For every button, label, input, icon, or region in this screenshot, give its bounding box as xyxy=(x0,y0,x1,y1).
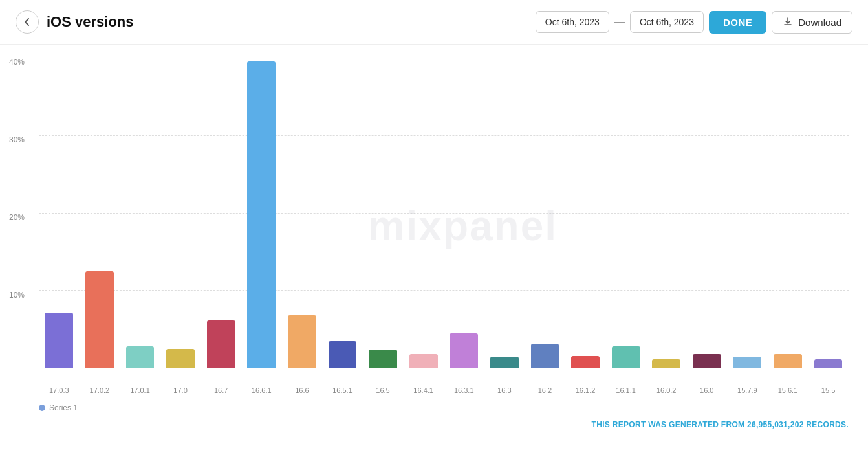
date-range: Oct 6th, 2023 — Oct 6th, 2023 DONE Downl… xyxy=(536,11,852,34)
x-label: 17.0.2 xyxy=(80,384,120,394)
date-start-input[interactable]: Oct 6th, 2023 xyxy=(536,11,609,33)
bar-group xyxy=(444,58,484,368)
bar xyxy=(329,341,357,368)
bar-group xyxy=(525,58,565,368)
x-label: 15.7.9 xyxy=(727,384,768,394)
bar xyxy=(733,357,761,368)
bar-group xyxy=(727,58,768,368)
bar xyxy=(652,359,680,368)
x-label: 17.0.3 xyxy=(39,384,80,394)
back-button[interactable] xyxy=(16,10,39,34)
bar-group xyxy=(120,58,160,368)
bar-group xyxy=(565,58,606,368)
bar xyxy=(45,313,73,368)
bar-group xyxy=(808,58,849,368)
chart-area: 40% 30% 20% 10% mixpanel 17.0.317.0.217.… xyxy=(0,45,868,401)
legend-dot xyxy=(39,405,45,411)
x-label: 16.2 xyxy=(525,384,565,394)
download-icon xyxy=(783,17,793,27)
footer-suffix: RECORDS. xyxy=(804,420,849,429)
footer: THIS REPORT WAS GENERATED FROM 26,955,03… xyxy=(0,418,868,436)
y-label-10: 10% xyxy=(9,291,25,300)
bar xyxy=(531,344,559,368)
x-label: 16.7 xyxy=(201,384,241,394)
bar-group xyxy=(687,58,728,368)
footer-records: 26,955,031,202 xyxy=(747,420,804,429)
bar xyxy=(409,354,438,368)
x-labels: 17.0.317.0.217.0.117.016.716.6.116.616.5… xyxy=(39,384,849,394)
y-label-40: 40% xyxy=(9,58,25,67)
bar xyxy=(450,333,478,368)
bar xyxy=(369,350,397,368)
legend-label: Series 1 xyxy=(49,403,78,412)
x-label: 16.6.1 xyxy=(241,384,282,394)
bar xyxy=(490,357,519,368)
bar xyxy=(288,315,316,368)
bar-group xyxy=(363,58,404,368)
bar-group xyxy=(646,58,687,368)
bar xyxy=(247,61,276,368)
x-label: 16.1.1 xyxy=(605,384,646,394)
bar-group xyxy=(322,58,363,368)
bar-group xyxy=(282,58,323,368)
x-label: 15.6.1 xyxy=(768,384,808,394)
bar xyxy=(774,354,802,368)
bar xyxy=(126,346,155,368)
x-label: 15.5 xyxy=(808,384,849,394)
bar-group xyxy=(484,58,525,368)
download-label: Download xyxy=(798,17,841,28)
bar xyxy=(814,359,843,368)
footer-text: THIS REPORT WAS GENERATED FROM xyxy=(592,420,747,429)
y-label-20: 20% xyxy=(9,213,25,222)
bar-group xyxy=(605,58,646,368)
y-axis: 40% 30% 20% 10% xyxy=(9,58,25,368)
x-label: 16.5 xyxy=(363,384,404,394)
bar xyxy=(693,354,721,368)
page-title: iOS versions xyxy=(47,14,528,30)
bar xyxy=(571,356,600,368)
x-label: 16.0 xyxy=(687,384,728,394)
x-label: 16.3 xyxy=(484,384,525,394)
chart-container: 40% 30% 20% 10% mixpanel 17.0.317.0.217.… xyxy=(39,58,849,394)
bar-group xyxy=(241,58,282,368)
date-end-input[interactable]: Oct 6th, 2023 xyxy=(630,11,704,33)
x-label: 17.0.1 xyxy=(120,384,160,394)
x-label: 16.4.1 xyxy=(403,384,444,394)
bar-group xyxy=(768,58,808,368)
bars-wrapper xyxy=(39,58,849,368)
x-label: 16.0.2 xyxy=(646,384,687,394)
bar xyxy=(612,346,640,368)
x-label: 16.3.1 xyxy=(444,384,484,394)
bar xyxy=(166,349,195,368)
x-label: 17.0 xyxy=(160,384,201,394)
x-label: 16.6 xyxy=(282,384,323,394)
x-label: 16.1.2 xyxy=(565,384,606,394)
header: iOS versions Oct 6th, 2023 — Oct 6th, 20… xyxy=(0,0,868,45)
bar xyxy=(85,271,114,368)
bar-group xyxy=(39,58,80,368)
bar-group xyxy=(80,58,120,368)
bar-group xyxy=(403,58,444,368)
bar-group xyxy=(201,58,241,368)
date-separator: — xyxy=(614,16,625,28)
bar xyxy=(207,320,235,368)
y-label-30: 30% xyxy=(9,135,25,144)
download-button[interactable]: Download xyxy=(772,11,852,34)
done-button[interactable]: DONE xyxy=(709,11,766,34)
x-label: 16.5.1 xyxy=(322,384,363,394)
bar-group xyxy=(160,58,201,368)
legend: Series 1 xyxy=(0,401,868,418)
